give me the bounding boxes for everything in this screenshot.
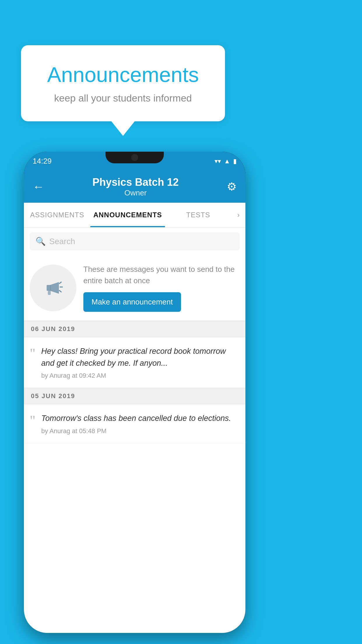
announcement-content-2: Tomorrow's class has been cancelled due … [41, 412, 240, 435]
quote-icon-1: " [30, 346, 36, 360]
phone-mockup: 14:29 ▾▾ ▲ ▮ ← Physics Batch 12 Owner ⚙ … [24, 152, 245, 633]
svg-line-1 [59, 282, 61, 284]
svg-rect-4 [48, 291, 51, 295]
svg-line-3 [59, 290, 61, 292]
speech-bubble-title: Announcements [36, 63, 210, 87]
announcement-text-1: Hey class! Bring your practical record b… [41, 345, 240, 369]
phone-notch [106, 152, 164, 163]
speech-bubble-container: Announcements keep all your students inf… [21, 45, 225, 136]
svg-rect-0 [47, 285, 51, 291]
tabs-bar: ASSIGNMENTS ANNOUNCEMENTS TESTS › [24, 203, 245, 228]
make-announcement-button[interactable]: Make an announcement [83, 292, 181, 312]
speech-bubble-subtitle: keep all your students informed [36, 92, 210, 104]
status-time: 14:29 [33, 157, 52, 166]
speech-bubble: Announcements keep all your students inf… [21, 45, 225, 121]
search-bar-container: 🔍 Search [24, 228, 245, 255]
date-separator-2: 05 JUN 2019 [24, 388, 245, 404]
date-separator-1: 06 JUN 2019 [24, 321, 245, 337]
intro-description: These are messages you want to send to t… [83, 264, 240, 286]
search-placeholder: Search [49, 237, 75, 246]
announcement-content-1: Hey class! Bring your practical record b… [41, 345, 240, 379]
tab-announcements[interactable]: ANNOUNCEMENTS [90, 203, 165, 227]
settings-icon[interactable]: ⚙ [227, 180, 237, 193]
tab-assignments[interactable]: ASSIGNMENTS [24, 203, 90, 227]
megaphone-icon [41, 276, 65, 300]
battery-icon: ▮ [233, 158, 237, 165]
phone-screen: 🔍 Search These are me [24, 228, 245, 633]
announcement-text-2: Tomorrow's class has been cancelled due … [41, 412, 240, 424]
intro-right: These are messages you want to send to t… [83, 264, 240, 312]
phone-outer: 14:29 ▾▾ ▲ ▮ ← Physics Batch 12 Owner ⚙ … [24, 152, 245, 633]
search-icon: 🔍 [36, 237, 46, 246]
back-button[interactable]: ← [33, 180, 44, 193]
status-icons: ▾▾ ▲ ▮ [215, 158, 237, 165]
app-header: ← Physics Batch 12 Owner ⚙ [24, 171, 245, 203]
header-title: Physics Batch 12 [92, 176, 179, 188]
announcement-item-2[interactable]: " Tomorrow's class has been cancelled du… [24, 404, 245, 443]
speech-bubble-tail [111, 121, 135, 136]
wifi-icon: ▾▾ [215, 158, 221, 165]
signal-icon: ▲ [224, 158, 230, 165]
announcement-meta-2: by Anurag at 05:48 PM [41, 427, 240, 435]
announcement-meta-1: by Anurag at 09:42 AM [41, 372, 240, 379]
tab-more[interactable]: › [231, 203, 245, 227]
announcement-intro: These are messages you want to send to t… [24, 255, 245, 321]
search-bar[interactable]: 🔍 Search [30, 232, 240, 250]
quote-icon-2: " [30, 414, 36, 428]
header-center: Physics Batch 12 Owner [92, 176, 179, 197]
front-camera [131, 154, 138, 161]
tab-tests[interactable]: TESTS [165, 203, 231, 227]
announcement-item-1[interactable]: " Hey class! Bring your practical record… [24, 337, 245, 388]
header-subtitle: Owner [92, 188, 179, 197]
megaphone-circle [30, 265, 76, 311]
